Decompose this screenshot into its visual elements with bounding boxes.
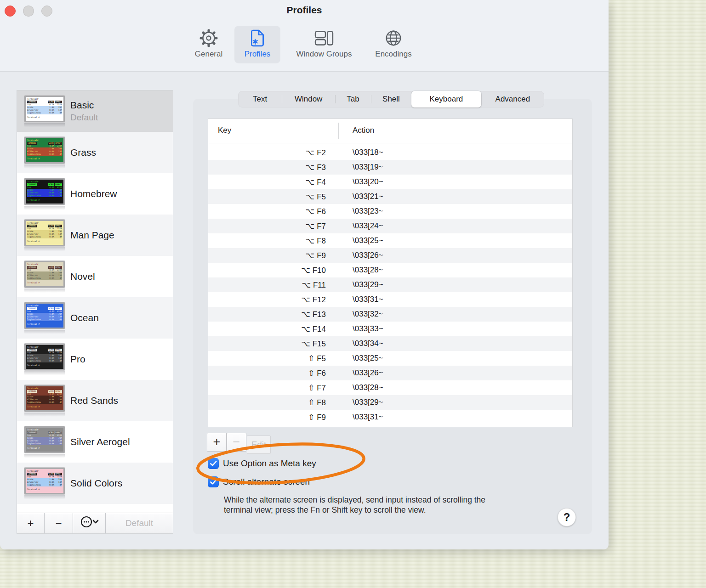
keymap-key: ⇧ F7 [208,383,338,393]
add-keymap-button[interactable]: + [207,433,227,452]
remove-keymap-button[interactable]: − [227,433,246,452]
keymap-row[interactable]: ⌥ F14 \033[33~ [208,322,572,336]
keymap-key: ⌥ F6 [208,207,338,216]
toolbar-item-profiles[interactable]: Profiles [234,26,280,63]
profile-thumbnail: Terminal# COMMAND %CPURPRVT top4.1%231KX… [24,468,65,499]
window-groups-icon [313,28,335,49]
profile-name: Basic [70,100,98,111]
profile-name: Homebrew [70,188,117,199]
keymap-action: \033[33~ [338,324,383,334]
keymap-key: ⌥ F9 [208,251,338,260]
tab-advanced[interactable]: Advanced [481,91,544,107]
toolbar-item-encodings[interactable]: Encodings [368,26,419,63]
keymap-key: ⌥ F7 [208,221,338,231]
keymap-table-header: Key Action [208,119,572,143]
profile-row-novel[interactable]: Terminal# COMMAND %CPURPRVT top4.1%231KX… [17,256,173,297]
keymap-row[interactable]: ⌥ F3 \033[19~ [208,160,572,175]
ellipsis-circle-chevron-icon [79,515,99,531]
thumbnail-reflection [24,371,65,375]
keymap-action: \033[28~ [338,383,383,392]
tab-shell[interactable]: Shell [371,91,411,107]
profile-row-solid-colors[interactable]: Terminal# COMMAND %CPURPRVT top4.1%231KX… [17,463,173,504]
toolbar-item-general[interactable]: General [189,26,228,63]
keymap-row[interactable]: ⇧ F8 \033[29~ [208,395,572,410]
profile-name: Novel [70,271,95,282]
keymap-key: ⌥ F10 [208,266,338,275]
profile-row-red-sands[interactable]: Terminal# COMMAND %CPURPRVT top4.1%231KX… [17,380,173,421]
keymap-table: Key Action ⌥ F2 \033[18~ ⌥ F3 \033[19~ ⌥… [208,119,573,427]
keymap-row[interactable]: ⌥ F15 \033[34~ [208,336,572,351]
more-options-button[interactable] [73,513,106,533]
sidebar-button-bar: + − Default [17,513,173,533]
profile-row-grass[interactable]: Terminal# COMMAND %CPURPRVT top4.1%231KX… [17,132,173,173]
keymap-row[interactable]: ⌥ F5 \033[21~ [208,189,572,204]
keymap-row[interactable]: ⌥ F9 \033[26~ [208,248,572,263]
profiles-sidebar: Terminal# COMMAND %CPURPRVT top4.1%231KX… [17,90,173,534]
profile-row-man-page[interactable]: Terminal# COMMAND %CPURPRVT top4.1%231KX… [17,215,173,256]
tab-tab[interactable]: Tab [335,91,371,107]
keymap-action: \033[25~ [338,236,383,245]
keymap-row[interactable]: ⌥ F7 \033[24~ [208,219,572,233]
thumbnail-reflection [24,206,65,210]
edit-keymap-button[interactable]: Edit [247,435,271,454]
keymap-key: ⌥ F2 [208,148,338,158]
profile-name: Silver Aerogel [70,436,130,447]
keymap-row[interactable]: ⇧ F9 \033[31~ [208,410,572,424]
help-button[interactable]: ? [558,508,576,526]
keymap-action: \033[29~ [338,398,383,407]
checkmark-icon [210,461,217,466]
thumbnail-reflection [24,454,65,458]
use-option-as-meta-key-label: Use Option as Meta key [223,458,316,469]
toolbar-item-window-groups[interactable]: Window Groups [287,26,361,63]
remove-profile-button[interactable]: − [45,513,73,533]
keymap-row[interactable]: ⌥ F13 \033[32~ [208,307,572,322]
keymap-row[interactable]: ⌥ F6 \033[23~ [208,204,572,219]
thumbnail-reflection [24,413,65,417]
window-title: Profiles [0,5,609,16]
keymap-row[interactable]: ⌥ F8 \033[25~ [208,233,572,248]
keymap-action: \033[20~ [338,177,383,187]
keymap-action: \033[26~ [338,251,383,260]
profile-row-basic[interactable]: Terminal# COMMAND %CPURPRVT top4.1%231KX… [17,90,173,132]
keymap-row[interactable]: ⌥ F4 \033[20~ [208,175,572,189]
keymap-action: \033[23~ [338,207,383,216]
keymap-action: \033[31~ [338,295,383,304]
profile-thumbnail: Terminal# COMMAND %CPURPRVT top4.1%231KX… [24,137,65,169]
keymap-key: ⌥ F8 [208,236,338,246]
keymap-key: ⌥ F14 [208,324,338,334]
column-header-action: Action [353,126,374,135]
profile-name: Red Sands [70,395,118,406]
keymap-key: ⇧ F8 [208,398,338,407]
keymap-row[interactable]: ⇧ F6 \033[26~ [208,366,572,380]
tab-text[interactable]: Text [238,91,282,107]
profile-row-ocean[interactable]: Terminal# COMMAND %CPURPRVT top4.1%231KX… [17,297,173,339]
keymap-action: \033[21~ [338,192,383,201]
keymap-row[interactable]: ⌥ F11 \033[29~ [208,277,572,292]
use-option-as-meta-key-checkbox[interactable] [208,458,219,469]
scroll-alternate-screen-checkbox[interactable] [208,476,219,487]
keymap-key: ⌥ F4 [208,177,338,187]
profile-row-homebrew[interactable]: Terminal# COMMAND %CPURPRVT top4.1%231KX… [17,173,173,215]
keymap-row[interactable]: ⌥ F12 \033[31~ [208,292,572,307]
keymap-row[interactable]: ⌥ F10 \033[28~ [208,263,572,277]
set-default-button[interactable]: Default [106,513,173,533]
tab-window[interactable]: Window [282,91,335,107]
terminal-preferences-window: Profiles [0,0,609,549]
tab-bar: TextWindowTabShellKeyboardAdvanced [238,91,544,107]
thumbnail-reflection [24,495,65,499]
keymap-row[interactable]: ⇧ F5 \033[25~ [208,351,572,366]
keymap-row[interactable]: ⇧ F7 \033[28~ [208,380,572,395]
keymap-row[interactable]: ⌥ F2 \033[18~ [208,145,572,160]
profile-thumbnail: Terminal# COMMAND %CPURPRVT top4.1%231KX… [24,302,65,334]
add-profile-button[interactable]: + [17,513,45,533]
profile-name: Grass [70,147,96,158]
profile-row-silver-aerogel[interactable]: Terminal# COMMAND %CPURPRVT top4.1%231KX… [17,421,173,463]
tab-keyboard[interactable]: Keyboard [411,91,481,107]
keymap-rows: ⌥ F2 \033[18~ ⌥ F3 \033[19~ ⌥ F4 \033[20… [208,143,572,424]
thumbnail-reflection [24,123,65,127]
profile-row-pro[interactable]: Terminal# COMMAND %CPURPRVT top4.1%231KX… [17,339,173,380]
checkmark-icon [210,479,217,485]
keymap-action: \033[25~ [338,354,383,363]
keymap-key: ⌥ F13 [208,310,338,319]
globe-icon [384,28,403,49]
